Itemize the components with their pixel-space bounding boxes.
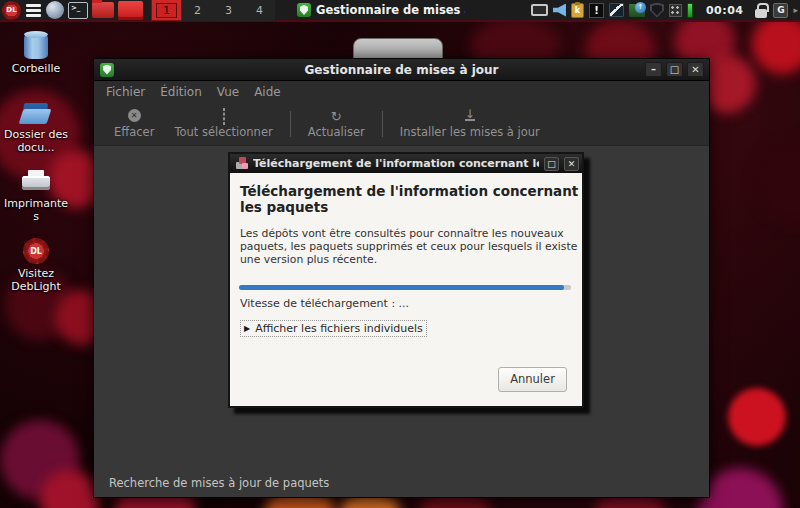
close-button[interactable]: ✕: [687, 62, 704, 77]
bokeh-circle: [698, 468, 783, 508]
shield-tray-icon[interactable]: [650, 3, 664, 18]
deblight-gear-text: DL: [30, 247, 42, 256]
select-all-button[interactable]: Tout sélectionner: [164, 104, 282, 144]
select-all-label: Tout sélectionner: [174, 125, 272, 139]
refresh-label: Actualiser: [308, 125, 365, 139]
bokeh-circle: [755, 140, 800, 225]
desktop-icon-printers[interactable]: Imprimantes: [1, 170, 71, 223]
status-bar: Recherche de mises à jour de paquets: [94, 469, 709, 497]
expander-arrow-icon: ▶: [244, 324, 250, 333]
g-button[interactable]: G: [773, 3, 788, 18]
menu-fichier[interactable]: Fichier: [106, 85, 145, 99]
package-icon: [235, 157, 248, 170]
bokeh-circle: [728, 388, 786, 446]
install-label: Installer les mises à jour: [400, 125, 540, 139]
cancel-button[interactable]: Annuler: [498, 367, 567, 392]
menu-edition[interactable]: Édition: [160, 85, 202, 99]
screenshot-icon[interactable]: [609, 3, 624, 17]
dialog-body: Téléchargement de l'information concerna…: [230, 173, 582, 406]
deblight-logo-text: DL: [6, 6, 16, 14]
toolbar: ✕ Effacer Tout sélectionner ↻ Actualiser…: [94, 103, 709, 146]
workspace-3[interactable]: 3: [213, 0, 244, 21]
clock[interactable]: 00:04: [706, 4, 744, 17]
background-window-tab: [353, 38, 443, 60]
toolbar-separator: [290, 111, 291, 137]
lock-icon[interactable]: [754, 3, 768, 18]
update-manager-icon: [297, 3, 311, 17]
volume-icon[interactable]: [553, 4, 566, 17]
clear-icon: ✕: [128, 109, 141, 122]
dialog-maximize-button[interactable]: □: [544, 157, 559, 171]
minimize-button[interactable]: –: [645, 62, 662, 77]
workspace-switcher: 1 2 3 4: [151, 0, 275, 21]
clear-button[interactable]: ✕ Effacer: [104, 104, 164, 144]
download-progress-dialog: Téléchargement de l'information concerna…: [228, 152, 584, 408]
status-text: Recherche de mises à jour de paquets: [109, 476, 329, 490]
updates-tray-icon[interactable]: ↑: [629, 4, 645, 17]
dialog-close-button[interactable]: ✕: [564, 157, 579, 171]
workspace-1-label: 1: [156, 3, 177, 18]
clear-label: Effacer: [114, 125, 154, 139]
bokeh-circle: [752, 14, 800, 74]
top-panel: DL >_ 1 2 3 4 Gestionnaire de mises à k …: [0, 0, 800, 22]
trash-icon: [24, 33, 48, 59]
toolbar-separator: [382, 111, 383, 137]
system-tray: k ! ↑ 00:04 G ▸: [531, 3, 800, 18]
deblight-gear-icon: DL: [23, 238, 49, 264]
documents-folder-icon: [21, 103, 51, 125]
desktop-icon-label: Visitez DebLight: [3, 267, 69, 293]
show-individual-files-expander[interactable]: ▶ Afficher les fichiers individuels: [240, 320, 427, 337]
deblight-logo-icon[interactable]: DL: [2, 1, 21, 20]
download-speed-label: Vitesse de téléchargement : ...: [240, 297, 409, 310]
refresh-icon: ↻: [331, 109, 342, 124]
desktop-icon-label: Corbeille: [12, 62, 61, 75]
install-updates-button[interactable]: ↓ Installer les mises à jour: [390, 104, 550, 144]
desktop-icon-trash[interactable]: Corbeille: [1, 33, 71, 75]
workspace-4[interactable]: 4: [244, 0, 275, 21]
app-menu-icon[interactable]: [25, 2, 42, 18]
update-arrow-icon: ↑: [635, 2, 646, 13]
battery-icon[interactable]: [687, 3, 693, 18]
menu-aide[interactable]: Aide: [254, 85, 281, 99]
display-icon[interactable]: [531, 4, 548, 16]
window-titlebar[interactable]: Gestionnaire de mises à jour – □ ✕: [94, 59, 709, 81]
printer-icon: [22, 170, 50, 194]
refresh-button[interactable]: ↻ Actualiser: [298, 104, 375, 144]
desktop-icon-documents[interactable]: Dossier des docu...: [1, 103, 71, 154]
dialog-titlebar[interactable]: Téléchargement de l'information concerna…: [230, 154, 582, 173]
launcher-area: DL >_: [0, 1, 143, 20]
select-all-icon: [223, 108, 225, 125]
menu-vue[interactable]: Vue: [217, 85, 239, 99]
dialog-title: Téléchargement de l'information concerna…: [253, 157, 539, 170]
terminal-icon[interactable]: >_: [68, 2, 88, 19]
menu-bar: Fichier Édition Vue Aide: [94, 81, 709, 103]
alert-icon[interactable]: !: [589, 3, 604, 18]
network-icon[interactable]: [669, 4, 682, 17]
software-launcher-icon[interactable]: [118, 1, 143, 20]
maximize-button[interactable]: □: [666, 62, 683, 77]
taskbar-window-title: Gestionnaire de mises à: [316, 3, 465, 17]
desktop-icon-label: Dossier des docu...: [3, 128, 69, 154]
progress-fill: [239, 285, 564, 290]
desktop-icon-label: Imprimantes: [3, 197, 69, 223]
expander-label: Afficher les fichiers individuels: [255, 322, 423, 335]
clipboard-icon[interactable]: k: [571, 3, 584, 18]
taskbar-window-button[interactable]: Gestionnaire de mises à: [297, 3, 465, 17]
install-icon: ↓: [465, 109, 475, 124]
dialog-heading: Téléchargement de l'information concerna…: [240, 183, 580, 215]
workspace-2[interactable]: 2: [182, 0, 213, 21]
tray-expand-icon[interactable]: ▸: [793, 5, 798, 15]
desktop-icon-deblight[interactable]: DL Visitez DebLight: [1, 238, 71, 293]
browser-icon[interactable]: [46, 1, 64, 19]
file-manager-icon[interactable]: [92, 2, 114, 18]
workspace-1[interactable]: 1: [151, 0, 182, 21]
dialog-description: Les dépôts vont être consultés pour conn…: [240, 227, 580, 266]
window-title: Gestionnaire de mises à jour: [94, 63, 709, 77]
download-progress-bar: [239, 285, 571, 290]
